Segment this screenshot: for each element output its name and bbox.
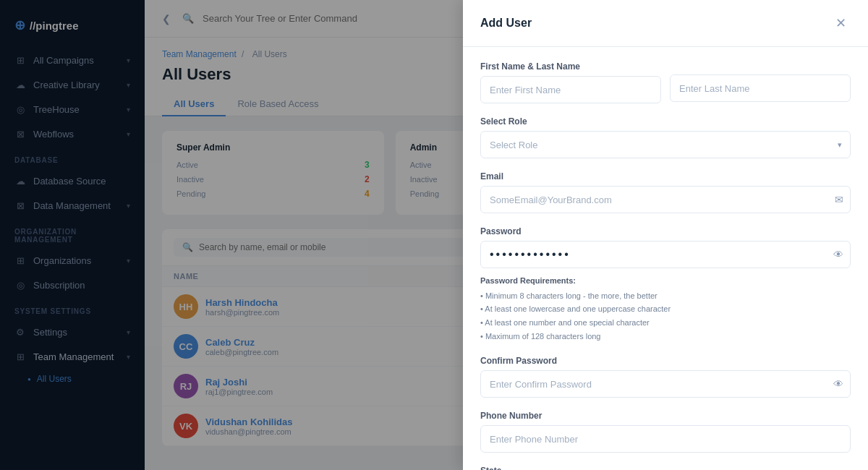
- confirm-password-wrapper: 👁: [480, 370, 851, 398]
- add-user-modal: Add User ✕ First Name & Last Name Select…: [463, 0, 868, 470]
- confirm-password-row: Confirm Password 👁: [480, 356, 851, 398]
- role-select-wrapper: Select Role Super Admin Admin Account Ma…: [480, 131, 851, 158]
- email-row: Email ✉: [480, 171, 851, 213]
- phone-label: Phone Number: [480, 411, 851, 421]
- confirm-password-input[interactable]: [480, 370, 851, 398]
- eye-slash-icon[interactable]: 👁: [833, 378, 843, 390]
- email-icon: ✉: [835, 194, 843, 205]
- email-input-wrapper: ✉: [480, 186, 851, 213]
- confirm-password-label: Confirm Password: [480, 356, 851, 366]
- modal-body: First Name & Last Name Select Role Selec…: [463, 47, 868, 470]
- phone-row: Phone Number: [480, 411, 851, 453]
- state-label: State: [480, 466, 851, 470]
- modal-header: Add User ✕: [463, 0, 868, 47]
- first-name-input[interactable]: [480, 76, 661, 103]
- req-item: At least one number and one special char…: [480, 316, 851, 330]
- req-item: Minimum 8 characters long - the more, th…: [480, 289, 851, 303]
- email-label: Email: [480, 171, 851, 181]
- role-label: Select Role: [480, 116, 851, 127]
- first-name-label: First Name & Last Name: [480, 61, 661, 72]
- password-input[interactable]: [480, 241, 851, 268]
- phone-input[interactable]: [480, 425, 851, 453]
- password-label: Password: [480, 226, 851, 236]
- password-row: Password 👁 Password Requirements: Minimu…: [480, 226, 851, 343]
- role-select[interactable]: Select Role Super Admin Admin Account Ma…: [480, 131, 851, 158]
- name-row: First Name & Last Name: [480, 61, 851, 103]
- password-input-wrapper: 👁: [480, 241, 851, 268]
- role-row: Select Role Select Role Super Admin Admi…: [480, 116, 851, 158]
- eye-slash-icon[interactable]: 👁: [833, 249, 843, 260]
- email-input[interactable]: [480, 186, 851, 213]
- req-item: Maximum of 128 characters long: [480, 330, 851, 343]
- state-row: State Select State ▾: [480, 466, 851, 470]
- req-item: At least one lowercase and one uppercase…: [480, 302, 851, 316]
- close-button[interactable]: ✕: [830, 13, 851, 33]
- req-title: Password Requirements:: [480, 274, 851, 288]
- last-name-input[interactable]: [670, 74, 851, 102]
- modal-title: Add User: [480, 17, 532, 30]
- modal-overlay: Add User ✕ First Name & Last Name Select…: [0, 0, 868, 470]
- password-requirements: Password Requirements: Minimum 8 charact…: [480, 274, 851, 343]
